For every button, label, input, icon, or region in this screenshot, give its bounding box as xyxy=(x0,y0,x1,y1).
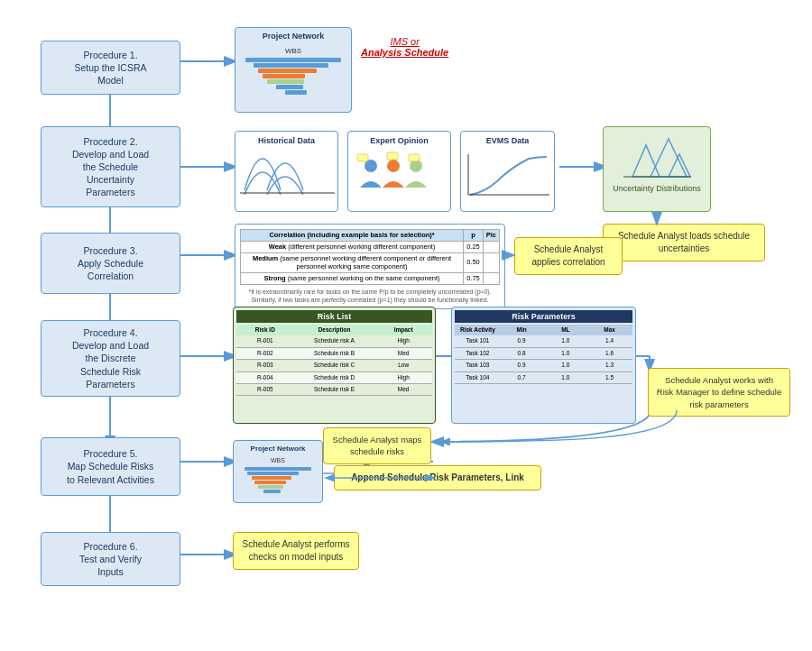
wbs-lower-label: WBS xyxy=(238,456,318,466)
procedure-5-label: Procedure 5. Map Schedule Risks to Relev… xyxy=(67,447,154,486)
corr-row-weak: Weak (different personnel working differ… xyxy=(241,241,500,252)
svg-rect-25 xyxy=(387,152,398,160)
risk-params-content: Risk ActivityMinMLMax Task 1010.91.01.4 … xyxy=(455,325,632,384)
append-box: Append Schedule Risk Parameters, Link xyxy=(334,465,541,491)
analyst-works-label: Schedule Analyst works with Risk Manager… xyxy=(657,375,781,409)
analysis-schedule-text: Analysis Schedule xyxy=(361,47,448,58)
risk-list-content: Risk IDDescriptionImpact R-001Schedule r… xyxy=(236,325,432,396)
corr-footnote: *It is extraordinarily rare for tasks on… xyxy=(240,288,500,304)
task103-bar xyxy=(267,79,304,84)
corr-medium-label: Medium (same personnel working different… xyxy=(241,252,464,273)
correlation-table-box: Correlation (including example basis for… xyxy=(235,224,505,309)
procedure-4-label: Procedure 4. Develop and Load the Discre… xyxy=(72,326,149,390)
task105-bar xyxy=(285,90,307,95)
corr-col2-header: p xyxy=(464,230,484,242)
expert-opinion-label: Expert Opinion xyxy=(353,136,446,145)
procedure-1-label: Procedure 1. Setup the ICSRA Model xyxy=(75,49,147,87)
project-network-box: Project Network WBS xyxy=(235,27,352,113)
svg-marker-31 xyxy=(669,154,690,177)
task104-bar xyxy=(276,85,303,89)
procedure-1-box: Procedure 1. Setup the ICSRA Model xyxy=(41,41,180,95)
historical-bell-curves xyxy=(240,150,335,199)
risk-params-box: Risk Parameters Risk ActivityMinMLMax Ta… xyxy=(451,307,636,424)
corr-strong-label: Strong (same personnel working on the sa… xyxy=(241,273,464,285)
ims-text: IMS or xyxy=(390,36,419,47)
procedure-6-box: Procedure 6. Test and Verify Inputs xyxy=(41,532,180,586)
procedure-2-label: Procedure 2. Develop and Load the Schedu… xyxy=(72,135,149,199)
network-header: Project Network xyxy=(240,31,346,43)
task1-bar xyxy=(245,58,341,62)
expert-opinion-icons xyxy=(353,150,448,199)
corr-medium-value: 0.50 xyxy=(464,252,484,273)
risk-params-header: Risk Parameters xyxy=(455,310,632,323)
procedure-6-label: Procedure 6. Test and Verify Inputs xyxy=(79,540,142,579)
evms-data-box: EVMS Data xyxy=(460,131,555,212)
uncertainty-dist-chart xyxy=(623,132,691,181)
corr-weak-value: 0.25 xyxy=(464,241,484,252)
analyst-loads-label: Schedule Analyst loads schedule uncertai… xyxy=(618,231,750,253)
procedure-3-box: Procedure 3. Apply Schedule Correlation xyxy=(41,233,180,294)
network-lower-header: Project Network xyxy=(238,444,318,454)
analyst-checks-box: Schedule Analyst performs checks on mode… xyxy=(233,532,359,570)
risk-list-header: Risk List xyxy=(236,310,432,323)
risk-list-box: Risk List Risk IDDescriptionImpact R-001… xyxy=(233,307,436,424)
evms-data-label: EVMS Data xyxy=(466,136,549,145)
expert-opinion-box: Expert Opinion xyxy=(347,131,451,212)
corr-medium-pic xyxy=(483,252,499,273)
ims-label: IMS or Analysis Schedule xyxy=(361,36,448,58)
svg-marker-29 xyxy=(632,145,660,177)
historical-data-box: Historical Data xyxy=(235,131,338,212)
analyst-works-box: Schedule Analyst works with Risk Manager… xyxy=(648,368,790,417)
uncertainty-dist-box: Uncertainty Distributions xyxy=(603,126,711,212)
corr-weak-label: Weak (different personnel working differ… xyxy=(241,241,464,252)
analyst-maps-box: Schedule Analyst maps schedule risks xyxy=(323,427,431,464)
corr-col1-header: Correlation (including example basis for… xyxy=(241,230,464,242)
project-network-lower-box: Project Network WBS xyxy=(233,440,323,503)
task101-bar xyxy=(258,69,317,73)
corr-strong-value: 0.75 xyxy=(464,273,484,285)
analyst-maps-label: Schedule Analyst maps schedule risks xyxy=(333,435,422,456)
procedure-4-box: Procedure 4. Develop and Load the Discre… xyxy=(41,320,180,397)
corr-strong-pic xyxy=(483,273,499,285)
append-label: Append Schedule Risk Parameters, Link xyxy=(351,472,524,482)
corr-weak-pic xyxy=(483,241,499,252)
evms-chart xyxy=(466,150,551,199)
corr-col3-header: Pic xyxy=(483,230,499,242)
svg-rect-24 xyxy=(357,154,368,161)
svg-point-22 xyxy=(387,160,400,172)
uncertainty-dist-label: Uncertainty Distributions xyxy=(608,184,706,193)
analyst-checks-label: Schedule Analyst performs checks on mode… xyxy=(243,539,350,562)
corr-row-strong: Strong (same personnel working on the sa… xyxy=(241,273,500,285)
analyst-loads-box: Schedule Analyst loads schedule uncertai… xyxy=(603,224,765,261)
procedure-3-label: Procedure 3. Apply Schedule Correlation xyxy=(78,244,143,283)
procedure-2-box: Procedure 2. Develop and Load the Schedu… xyxy=(41,126,180,207)
corr-row-medium: Medium (same personnel working different… xyxy=(241,252,500,273)
applies-corr-box: Schedule Analyst applies correlation xyxy=(514,237,623,275)
procedure-5-box: Procedure 5. Map Schedule Risks to Relev… xyxy=(41,437,180,496)
task102-bar xyxy=(263,74,305,78)
svg-rect-26 xyxy=(409,154,420,161)
correlation-table: Correlation (including example basis for… xyxy=(240,229,500,285)
applies-corr-label: Schedule Analyst applies correlation xyxy=(531,244,604,267)
task10-bar xyxy=(254,63,328,68)
historical-data-label: Historical Data xyxy=(240,136,333,145)
wbs-label: WBS xyxy=(240,46,346,57)
main-diagram: Procedure 1. Setup the ICSRA Model Proce… xyxy=(0,0,812,651)
